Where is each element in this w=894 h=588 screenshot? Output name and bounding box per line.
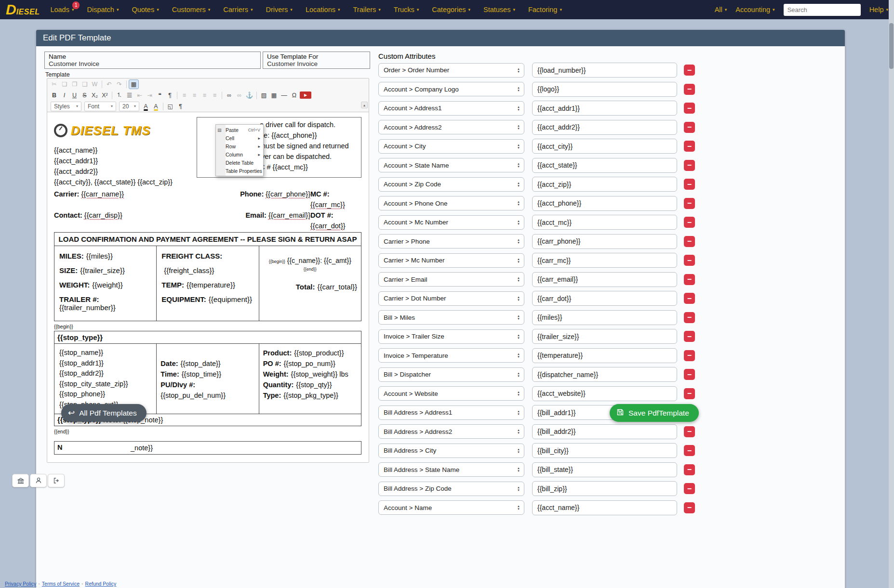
attribute-value-input[interactable] [532, 367, 677, 382]
indent-icon[interactable]: ⇥ [145, 91, 154, 100]
attribute-select-dropdown[interactable]: Bill > Miles ▲▼ [378, 310, 524, 325]
attribute-select-dropdown[interactable]: Order > Order Number ▲▼ [378, 63, 524, 78]
attribute-select-dropdown[interactable]: Account > Website ▲▼ [378, 386, 524, 401]
attribute-value-input[interactable] [532, 177, 677, 192]
remove-attribute-button[interactable]: − [684, 350, 695, 361]
background-color-icon[interactable]: A [151, 102, 160, 111]
remove-attribute-button[interactable]: − [684, 122, 695, 133]
font-size-dropdown[interactable]: 20 ▾ [119, 102, 139, 111]
attribute-select-dropdown[interactable]: Bill Address > City ▲▼ [378, 444, 524, 458]
toolbar-separator[interactable] [112, 91, 112, 99]
youtube-icon[interactable]: ▶ [300, 91, 311, 99]
attribute-value-input[interactable] [532, 291, 677, 306]
attribute-value-input[interactable] [532, 82, 677, 97]
remove-attribute-button[interactable]: − [684, 179, 695, 190]
attribute-value-input[interactable] [532, 139, 677, 154]
remove-attribute-button[interactable]: − [684, 274, 695, 285]
attribute-value-input[interactable] [532, 386, 677, 401]
attribute-value-input[interactable] [532, 234, 677, 249]
name-field[interactable]: Name Customer Invoice [44, 52, 261, 69]
nav-item-dispatch[interactable]: Dispatch ▾ [87, 6, 119, 13]
cut-icon[interactable]: ✂ [50, 80, 59, 89]
blockquote-icon[interactable]: ❝ [155, 91, 164, 100]
show-blocks-icon[interactable]: ¶ [176, 102, 185, 111]
attribute-select-dropdown[interactable]: Account > Company Logo ▲▼ [378, 82, 524, 96]
underline-icon[interactable]: U [70, 91, 79, 100]
remove-attribute-button[interactable]: − [684, 160, 695, 171]
all-pdf-templates-button[interactable]: ↩ All Pdf Templates [61, 404, 147, 422]
anchor-icon[interactable]: ⚓ [245, 91, 254, 100]
remove-attribute-button[interactable]: − [684, 198, 695, 209]
menu-item-row[interactable]: Row ▸ [216, 142, 263, 150]
menu-item-column[interactable]: Column ▸ [216, 150, 263, 158]
brand-logo[interactable]: DIESEL [6, 2, 40, 17]
image-icon[interactable]: ▧ [259, 91, 268, 100]
remove-attribute-button[interactable]: − [684, 312, 695, 323]
nav-item-drivers[interactable]: Drivers ▾ [266, 6, 292, 13]
search-input[interactable] [784, 4, 861, 16]
styles-dropdown[interactable]: Styles ▾ [51, 102, 81, 111]
nav-item-customers[interactable]: Customers ▾ [172, 6, 211, 13]
attribute-value-input[interactable] [532, 215, 677, 230]
footer-link[interactable]: Privacy Policy [5, 581, 36, 587]
attribute-select-dropdown[interactable]: Bill > Dispatcher ▲▼ [378, 367, 524, 382]
superscript-icon[interactable]: X² [100, 91, 109, 100]
paste-from-word-icon[interactable]: W [90, 80, 99, 89]
text-color-icon[interactable]: A [141, 102, 150, 111]
align-right-icon[interactable]: ≡ [200, 91, 209, 100]
attribute-select-dropdown[interactable]: Account > Phone One ▲▼ [378, 196, 524, 210]
remove-attribute-button[interactable]: − [684, 217, 695, 228]
attribute-select-dropdown[interactable]: Invoice > Trailer Size ▲▼ [378, 329, 524, 344]
attribute-select-dropdown[interactable]: Account > State Name ▲▼ [378, 158, 524, 172]
attribute-value-input[interactable] [532, 443, 677, 458]
attribute-select-dropdown[interactable]: Bill Address > Address1 ▲▼ [378, 405, 524, 420]
nav-item-categories[interactable]: Categories ▾ [432, 6, 470, 13]
remove-attribute-button[interactable]: − [684, 236, 695, 247]
bold-icon[interactable]: B [50, 91, 59, 100]
align-center-icon[interactable]: ≡ [190, 91, 199, 100]
attribute-value-input[interactable] [532, 101, 677, 116]
attribute-select-dropdown[interactable]: Account > City ▲▼ [378, 139, 524, 154]
toolbar-separator[interactable] [126, 80, 127, 88]
remove-attribute-button[interactable]: − [684, 445, 695, 456]
unlink-icon[interactable]: ∞ [235, 91, 244, 100]
attribute-value-input[interactable] [532, 120, 677, 135]
nav-item-carriers[interactable]: Carriers ▾ [223, 6, 253, 13]
align-left-icon[interactable]: ≡ [180, 91, 189, 100]
remove-attribute-button[interactable]: − [684, 293, 695, 304]
attribute-select-dropdown[interactable]: Account > Name ▲▼ [378, 500, 524, 515]
copy-icon[interactable]: ❏ [60, 80, 69, 89]
menu-item-paste[interactable]: ▤ Paste Ctrl+V [216, 126, 263, 134]
align-justify-icon[interactable]: ≡ [210, 91, 219, 100]
nav-item-quotes[interactable]: Quotes ▾ [132, 6, 159, 13]
attribute-value-input[interactable] [532, 253, 677, 268]
remove-attribute-button[interactable]: − [684, 331, 695, 342]
scrollbar-thumb[interactable] [889, 23, 894, 69]
special-character-icon[interactable]: Ω [290, 91, 299, 100]
attribute-select-dropdown[interactable]: Bill Address > Zip Code ▲▼ [378, 482, 524, 496]
logout-button[interactable] [48, 474, 65, 487]
toolbar-separator[interactable] [222, 91, 222, 99]
attribute-value-input[interactable] [532, 272, 677, 287]
nav-item-locations[interactable]: Locations ▾ [306, 6, 340, 13]
attribute-value-input[interactable] [532, 348, 677, 363]
profile-button[interactable] [30, 474, 47, 487]
attribute-select-dropdown[interactable]: Bill Address > State Name ▲▼ [378, 462, 524, 477]
toolbar-separator[interactable] [102, 80, 102, 88]
nav-item-statuses[interactable]: Statuses ▾ [483, 6, 515, 13]
outdent-icon[interactable]: ⇤ [135, 91, 144, 100]
remove-attribute-button[interactable]: − [684, 464, 695, 475]
attribute-value-input[interactable] [532, 329, 677, 344]
remove-attribute-button[interactable]: − [684, 141, 695, 152]
remove-attribute-button[interactable]: − [684, 255, 695, 266]
menu-item-cell[interactable]: Cell ▸ [216, 134, 263, 142]
use-template-for-field[interactable]: Use Template For Customer Invoice [263, 52, 370, 69]
div-container-icon[interactable]: ¶ [165, 91, 174, 100]
nav-item-trailers[interactable]: Trailers ▾ [353, 6, 380, 13]
numbered-list-icon[interactable]: ⒈ [115, 91, 124, 100]
nav-item-accounting[interactable]: Accounting ▾ [735, 6, 774, 13]
attribute-select-dropdown[interactable]: Carrier > Mc Number ▲▼ [378, 253, 524, 268]
attribute-select-dropdown[interactable]: Carrier > Email ▲▼ [378, 272, 524, 287]
bulleted-list-icon[interactable]: ☰ [125, 91, 134, 100]
page-scrollbar[interactable] [889, 0, 894, 588]
